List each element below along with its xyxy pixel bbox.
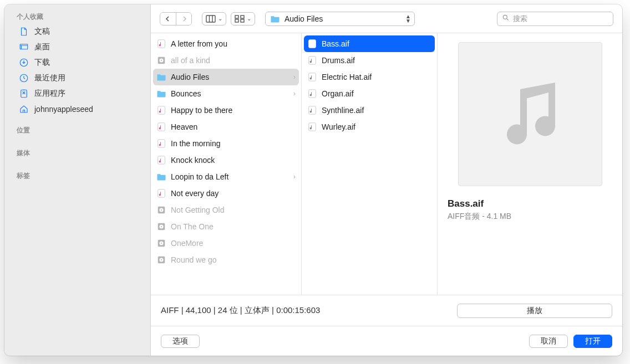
sidebar-item-applications[interactable]: 应用程序 <box>4 86 150 101</box>
file-row-label: On The One <box>171 222 296 231</box>
col2-row[interactable]: Synthline.aif <box>302 102 437 119</box>
search-input[interactable] <box>513 14 608 23</box>
audio-icon <box>307 105 317 115</box>
col1-row[interactable]: Heaven <box>151 119 301 135</box>
document-icon <box>19 27 29 37</box>
column-1[interactable]: A letter from youall of a kindAudio File… <box>151 33 302 295</box>
sidebar-item-home[interactable]: johnnyappleseed <box>4 101 150 117</box>
file-row-label: Loopin to da Left <box>171 172 289 181</box>
folder-icon <box>270 15 280 23</box>
col1-row[interactable]: Happy to be there <box>151 102 301 119</box>
file-row-label: Synthline.aif <box>322 106 431 115</box>
music-icon <box>156 122 166 132</box>
col1-row[interactable]: A letter from you <box>151 35 301 52</box>
col1-row[interactable]: Knock knock <box>151 152 301 168</box>
chevron-right-icon: › <box>293 173 296 181</box>
col1-row[interactable]: Round we go <box>151 252 301 268</box>
music-icon <box>156 139 166 148</box>
disk-icon <box>156 205 166 215</box>
play-button[interactable]: 播放 <box>457 304 612 318</box>
status-bar: AIFF | 44,100 | 24 位 | 立体声 | 0:00:15:603… <box>151 295 622 326</box>
file-row-label: OneMore <box>171 239 296 248</box>
col2-row[interactable]: Drums.aif <box>302 52 437 69</box>
options-button[interactable]: 选项 <box>161 335 200 348</box>
home-icon <box>19 104 29 114</box>
view-columns-button[interactable]: ⌄ <box>202 12 226 25</box>
svg-rect-6 <box>241 16 244 18</box>
col2-row[interactable]: Bass.aif <box>304 35 435 52</box>
file-row-label: Happy to be there <box>171 106 296 115</box>
nav-back-button[interactable] <box>160 13 176 25</box>
svg-point-30 <box>161 259 162 260</box>
col1-row[interactable]: Bounces› <box>151 85 301 102</box>
view-grid-button[interactable]: ⌄ <box>231 12 255 25</box>
col1-row[interactable]: Audio Files› <box>153 69 299 85</box>
audio-icon <box>307 89 317 99</box>
sidebar-item-documents[interactable]: 文稿 <box>4 24 150 39</box>
file-row-label: Bass.aif <box>322 39 431 48</box>
toolbar: ⌄ ⌄ Audio Files ▲▼ <box>151 4 622 33</box>
sidebar-item-recents[interactable]: 最近使用 <box>4 70 150 86</box>
col1-row[interactable]: Not Getting Old <box>151 202 301 218</box>
sidebar-section-locations: 位置 <box>4 122 150 137</box>
svg-rect-32 <box>309 57 316 64</box>
col1-row[interactable]: On The One <box>151 218 301 235</box>
cancel-button[interactable]: 取消 <box>529 335 568 348</box>
svg-rect-31 <box>309 40 316 48</box>
search-field[interactable] <box>497 12 613 26</box>
chevron-right-icon: › <box>293 73 296 81</box>
sidebar-section-favorites: 个人收藏 <box>4 9 150 24</box>
sidebar-section-tags: 标签 <box>4 168 150 183</box>
file-row-label: Not Getting Old <box>171 206 296 214</box>
downloads-icon <box>19 58 29 68</box>
svg-rect-7 <box>235 19 238 22</box>
col1-row[interactable]: Loopin to da Left› <box>151 168 301 185</box>
sidebar-item-label: 下载 <box>34 58 50 68</box>
file-row-label: A letter from you <box>171 39 296 48</box>
sidebar-item-desktop[interactable]: 桌面 <box>4 39 150 55</box>
preview-subtitle: AIFF音频 - 4.1 MB <box>448 212 612 222</box>
search-icon <box>502 14 510 24</box>
music-icon <box>156 188 166 198</box>
sidebar-item-label: 桌面 <box>34 42 50 52</box>
file-row-label: Round we go <box>171 255 296 264</box>
chevron-down-icon: ⌄ <box>218 16 222 22</box>
col1-row[interactable]: all of a kind <box>151 52 301 69</box>
action-bar: 选项 取消 打开 <box>151 326 622 356</box>
file-row-label: Electric Hat.aif <box>322 73 431 81</box>
file-row-label: all of a kind <box>171 56 296 65</box>
music-note-icon <box>489 70 572 158</box>
column-2[interactable]: Bass.aifDrums.aifElectric Hat.aifOrgan.a… <box>302 33 438 295</box>
nav-forward-button[interactable] <box>176 13 191 25</box>
preview-pane: Bass.aif AIFF音频 - 4.1 MB <box>438 33 622 295</box>
folder-icon <box>156 72 166 82</box>
svg-rect-35 <box>309 106 316 114</box>
disk-icon <box>156 238 166 248</box>
sidebar-item-label: 最近使用 <box>34 73 65 83</box>
open-button[interactable]: 打开 <box>573 335 612 348</box>
preview-thumbnail <box>458 42 602 186</box>
svg-point-9 <box>503 15 507 19</box>
svg-point-27 <box>161 243 162 244</box>
file-row-label: Not every day <box>171 189 296 198</box>
col1-row[interactable]: OneMore <box>151 235 301 252</box>
col1-row[interactable]: Not every day <box>151 185 301 202</box>
disk-icon <box>156 255 166 265</box>
sidebar-item-label: 应用程序 <box>34 89 65 99</box>
path-label: Audio Files <box>284 14 323 23</box>
chevron-right-icon: › <box>293 90 296 98</box>
sidebar: 个人收藏 文稿 桌面 下载 最近使用 <box>4 4 151 356</box>
col2-row[interactable]: Organ.aif <box>302 85 437 102</box>
col2-row[interactable]: Wurley.aif <box>302 119 437 135</box>
col2-row[interactable]: Electric Hat.aif <box>302 69 437 85</box>
path-popup[interactable]: Audio Files ▲▼ <box>265 12 415 26</box>
music-icon <box>156 39 166 49</box>
sidebar-item-label: 文稿 <box>34 27 50 37</box>
updown-icon: ▲▼ <box>405 14 411 23</box>
disk-icon <box>156 222 166 232</box>
file-row-label: Organ.aif <box>322 89 431 98</box>
col1-row[interactable]: In the morning <box>151 135 301 152</box>
sidebar-item-downloads[interactable]: 下载 <box>4 55 150 70</box>
folder-icon <box>156 172 166 182</box>
svg-point-13 <box>161 60 162 61</box>
